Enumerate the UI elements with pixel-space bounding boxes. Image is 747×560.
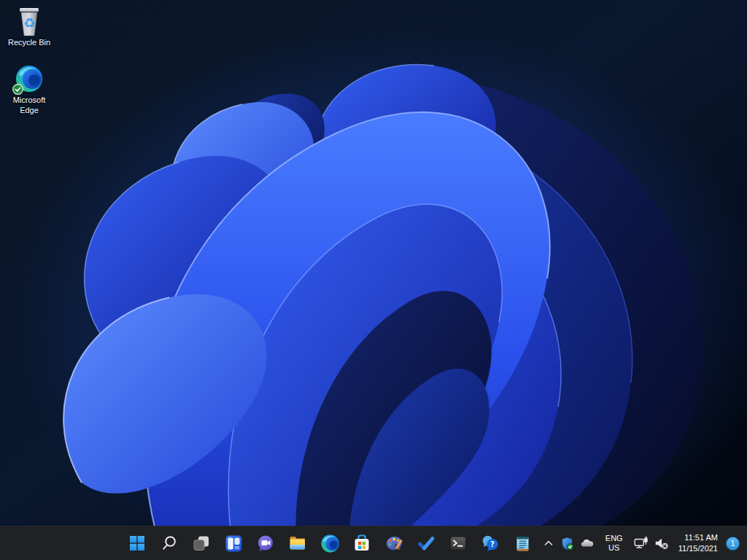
ethernet-network-icon [633,535,649,551]
file-explorer-button[interactable] [283,529,312,558]
search-icon [160,534,178,552]
windows-desktop: ♻ Recycle Bin [0,0,747,560]
desktop-icon-recycle-bin[interactable]: ♻ Recycle Bin [5,4,53,50]
notification-count-badge[interactable]: 1 [726,537,740,551]
chevron-up-icon [542,537,555,550]
language-line2: US [608,543,619,553]
widgets-icon [225,534,243,553]
recycle-bin-icon: ♻ [14,6,44,36]
language-indicator[interactable]: ENG US [600,529,629,558]
search-button[interactable] [155,529,184,558]
edge-button[interactable] [315,529,344,558]
svg-text:♻: ♻ [23,15,35,31]
task-view-button[interactable] [187,529,216,558]
edge-browser-icon [320,534,340,553]
onedrive-button[interactable] [577,529,597,558]
todo-check-icon [417,534,436,553]
desktop-icon-list: ♻ Recycle Bin [5,4,53,117]
start-button[interactable] [123,529,152,558]
show-hidden-icons-button[interactable] [539,529,558,558]
desktop-icon-label: Recycle Bin [8,38,50,48]
volume-button[interactable] [651,529,672,558]
paint-button[interactable] [379,529,409,558]
task-view-icon [192,534,211,553]
security-shield-icon [560,536,575,551]
todo-button[interactable] [411,529,441,558]
windows-start-icon [128,534,146,552]
help-chat-icon: ? [481,534,500,553]
taskbar: ? [0,526,747,560]
clock[interactable]: 11:51 AM 11/15/2021 [672,529,724,558]
teams-chat-icon [256,534,275,553]
notepad-button[interactable] [508,529,537,558]
onedrive-cloud-icon [579,535,595,551]
notepad-icon [514,534,532,553]
terminal-icon [449,534,468,553]
language-line1: ENG [605,534,623,543]
desktop-icon-label: Microsoft Edge [6,96,53,116]
windows-security-button[interactable] [558,529,577,558]
desktop-icon-microsoft-edge[interactable]: Microsoft Edge [5,62,53,118]
network-button[interactable] [631,529,651,558]
edge-logo-icon [14,63,44,94]
notification-count: 1 [730,539,735,548]
widgets-button[interactable] [219,529,248,558]
clock-date: 11/15/2021 [678,543,718,554]
desktop-wallpaper-bloom [0,0,747,560]
shortcut-check-badge-icon [12,84,23,95]
microsoft-store-icon [352,534,371,553]
terminal-button[interactable] [444,529,473,558]
paint-palette-icon [384,534,404,553]
folder-icon [288,534,307,553]
clock-time: 11:51 AM [684,532,718,543]
volume-muted-icon [654,535,670,551]
get-help-button[interactable]: ? [476,529,505,558]
taskbar-center-buttons: ? [123,529,537,558]
svg-text:?: ? [490,540,495,548]
chat-button[interactable] [251,529,280,558]
microsoft-store-button[interactable] [347,529,376,558]
system-tray: ENG US [539,529,740,558]
